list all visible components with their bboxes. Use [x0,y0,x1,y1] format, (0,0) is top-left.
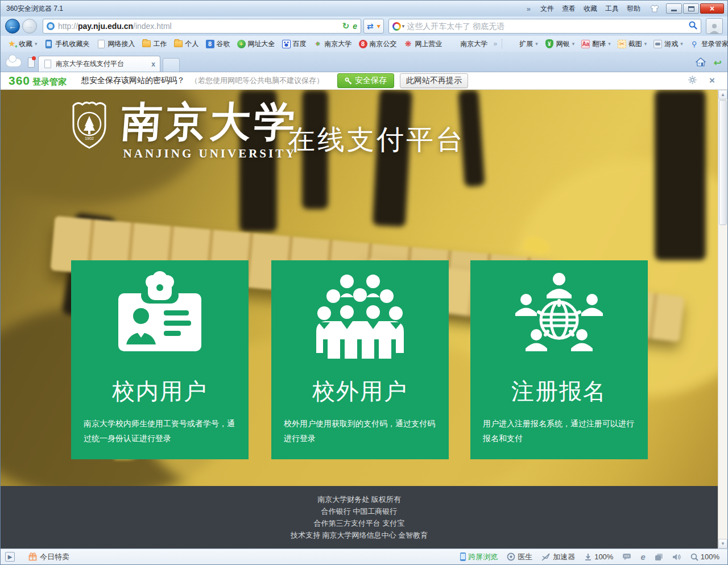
bank-shield-icon: ¥ [545,39,554,48]
emblem-year: 1902 [85,136,94,140]
bookmark-network-access[interactable]: 网络接入 [94,38,138,50]
phone-icon [44,39,53,48]
bookmark-mobile-favorites[interactable]: 手机收藏夹 [42,38,92,50]
scrollbar-thumb[interactable] [719,100,727,225]
menu-file[interactable]: 文件 [540,4,554,14]
bookmarks-overflow-chevron[interactable]: » [494,40,498,48]
bookmark-folder-personal[interactable]: 个人 [172,38,201,50]
footer-support: 技术支持 南京大学网络信息中心 金智教育 [1,529,718,541]
login-manager-button[interactable]: ⚲ 登录管家 [688,38,728,50]
bookmark-online-service[interactable]: ❋ 网上营业 [402,38,445,50]
bookmark-google[interactable]: 8 谷歌 [204,38,233,50]
search-engine-chevron-icon[interactable]: ▾ [402,23,405,29]
dismiss-site-button[interactable]: 此网站不再提示 [400,73,468,88]
menu-help[interactable]: 帮助 [627,4,640,14]
restore-closed-tab-icon[interactable]: ↩ [714,59,722,67]
mobile-connect-icon[interactable] [28,57,35,68]
games-button[interactable]: 游戏 ▾ [651,38,685,50]
card-registration[interactable]: 注册报名 用户进入注册报名系统，通过注册可以进行报名和支付 [470,260,648,459]
photo-bench-post [655,90,706,260]
cloud-sync-icon[interactable] [6,59,21,67]
netbank-button[interactable]: ¥ 网银 ▾ [543,38,577,50]
search-input[interactable] [407,22,689,31]
skin-tshirt-icon[interactable] [650,5,659,13]
menu-tools[interactable]: 工具 [605,4,619,14]
card-title: 校外用户 [271,376,449,407]
browser-window: 360安全浏览器 7.1 » 文件 查看 收藏 工具 帮助 × ← → http… [0,0,728,565]
search-magnifier-icon[interactable] [689,21,697,31]
favorites-button[interactable]: ★+ 收藏 ▾ [5,38,40,50]
card-external-users[interactable]: 校外用户 校外用户使用获取到的支付码，通过支付码进行登录 [271,260,449,459]
logo-login-manager: 登录管家 [32,77,67,88]
cross-screen-button[interactable]: 跨屏浏览 [460,552,498,562]
key-icon [345,77,352,85]
brand-english-name: NANJING UNIVERSITY [121,147,299,161]
screenshot-button[interactable]: ✂ 截图 ▾ [615,38,650,50]
volume-button[interactable] [672,553,681,561]
favorite-star-icon: ★+ [7,39,16,48]
close-button[interactable]: × [700,3,724,14]
address-bar-tools: ↻ e [342,21,357,31]
accelerator-button[interactable]: 加速器 [541,552,575,562]
new-tab-button[interactable] [163,58,180,72]
bookmark-nju-2[interactable]: 南京大学 [447,38,490,50]
menu-overflow-chevron[interactable]: » [527,5,531,13]
bookmark-folder-work[interactable]: 工作 [140,38,169,50]
tab-active[interactable]: 南京大学在线支付平台 x [38,56,160,72]
bookmark-baidu[interactable]: 百度 [280,38,309,50]
bookmark-label: 南京大学 [325,39,352,49]
bookmark-site-directory[interactable]: + 网址大全 [235,38,278,50]
statusbar-right: 跨屏浏览 医生 加速器 100% e [460,552,723,562]
daily-deal-label: 今日特卖 [40,552,69,562]
search-box[interactable]: ▾ [388,19,701,34]
color-grid-icon [449,39,458,48]
doctor-button[interactable]: 医生 [507,552,532,562]
user-avatar[interactable] [706,18,723,34]
ie-mode-button[interactable]: e [640,552,645,562]
sync-arrows-icon[interactable]: ⇄ [367,22,374,31]
scroll-down-button[interactable]: ▼ [718,539,727,549]
menu-view[interactable]: 查看 [562,4,576,14]
url-text[interactable]: http://pay.nju.edu.cn/index.html [58,22,339,31]
password-bar-controls: × [688,75,719,86]
download-status[interactable]: 100% [584,552,613,561]
windows-button[interactable] [655,553,663,561]
extensions-button[interactable]: 扩展 ▾ [506,38,540,50]
home-icon[interactable] [696,57,706,68]
id-card-icon [71,260,249,365]
doctor-label: 医生 [518,552,532,562]
gear-icon[interactable] [688,76,697,86]
daily-deal-button[interactable]: 今日特卖 [28,552,69,562]
address-bar[interactable]: http://pay.nju.edu.cn/index.html ↻ e [43,19,361,34]
forward-button[interactable]: → [22,19,37,34]
translate-button[interactable]: Aa 翻译 ▾ [579,38,613,50]
crowd-icon [271,260,449,365]
search-engine-icon[interactable] [392,22,401,31]
bookmark-nanjing-bus[interactable]: 8 南京公交 [357,38,399,50]
menu-favorites[interactable]: 收藏 [584,4,597,14]
dropdown-chevron-icon[interactable]: ▾ [377,22,380,30]
page-zoom-control[interactable]: 100% [690,552,719,561]
restore-button[interactable] [683,3,699,14]
sidebar-toggle-icon[interactable]: ▶ [5,552,15,562]
footer-payment: 合作第三方支付平台 支付宝 [1,517,718,529]
bookmark-nju[interactable]: ✦✦ 南京大学 [311,38,354,50]
refresh-mode-box: ⇄ ▾ [363,19,384,34]
close-bar-icon[interactable]: × [709,75,715,86]
card-internal-users[interactable]: 校内用户 南京大学校内师生使用工资号或者学号，通过统一身份认证进行登录 [71,260,249,459]
caret-icon: ▾ [680,41,683,47]
login-manager-logo: 360 登录管家 [9,74,67,88]
back-button[interactable]: ← [5,19,20,34]
knot-icon: ❋ [404,39,413,48]
page-icon [97,39,106,48]
speed-mode-icon[interactable]: ↻ [342,21,350,31]
extensions-icon [508,39,517,48]
ie-compat-icon[interactable]: e [353,22,357,31]
tab-close-icon[interactable]: x [151,60,155,68]
message-button[interactable] [622,553,631,560]
save-password-button[interactable]: 安全保存 [337,73,394,88]
vertical-scrollbar[interactable]: ▲ ▼ [718,90,727,549]
site-security-icon[interactable] [47,22,55,30]
scroll-up-button[interactable]: ▲ [718,90,727,99]
minimize-button[interactable] [666,3,682,14]
